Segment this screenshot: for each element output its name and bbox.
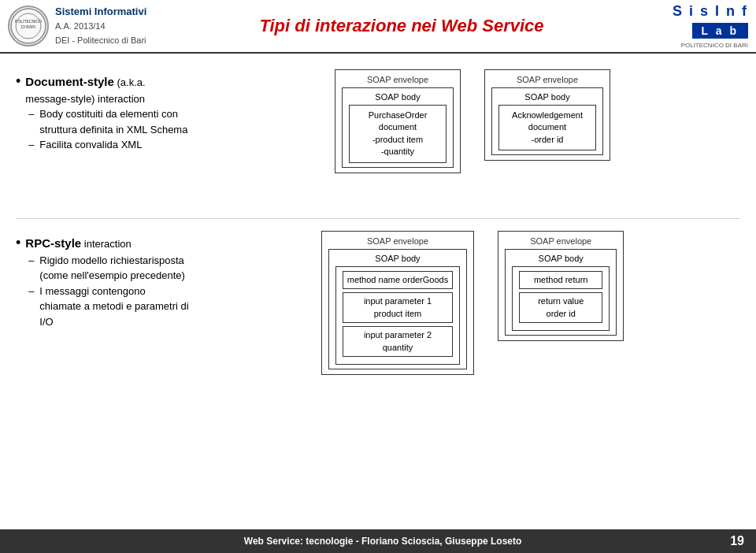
param1-line2: product item (347, 308, 448, 320)
return-value-box: return value order id (519, 292, 602, 323)
bottom-right-envelope-label: SOAP envelope (505, 236, 617, 246)
rpc-style-text: • RPC-style interaction Rigido modello r… (16, 231, 189, 329)
top-right-content: Acknowledgement document -order id (498, 105, 596, 150)
document-style-text: • Document-style (a.k.a. message-style) … (16, 69, 189, 153)
lab-badge: L a b (692, 23, 748, 39)
doc-style-item-1: Body costituiti da elementi con struttur… (25, 106, 189, 137)
header-left: POLITECNICO DI BARI Sistemi Informativi … (8, 5, 181, 48)
svg-text:DI BARI: DI BARI (21, 24, 35, 29)
doc-style-item-2: Facilita convalida XML (25, 137, 189, 153)
header-title-area: Tipi di interazione nei Web Service (181, 16, 622, 36)
institution-text: Sistemi Informativi A.A. 2013/14 DEI - P… (55, 5, 146, 48)
top-diagrams: SOAP envelope SOAP body PurchaseOrder do… (205, 69, 740, 173)
top-left-line-4: -quantity (356, 146, 439, 158)
top-left-diagram: SOAP envelope SOAP body PurchaseOrder do… (335, 69, 461, 173)
param2-line2: quantity (347, 342, 448, 354)
return-line2: order id (524, 308, 598, 320)
top-right-diagram: SOAP envelope SOAP body Acknowledgement … (484, 69, 610, 161)
top-left-body: SOAP body PurchaseOrder document -produc… (342, 87, 454, 168)
rpc-item-2: I messaggi contengono chiamate a metodi … (25, 284, 189, 330)
rpc-item-1: Rigido modello richiestarisposta (come n… (25, 253, 189, 284)
top-right-line-3: -order id (506, 134, 589, 146)
top-left-body-label: SOAP body (349, 92, 447, 102)
footer: Web Service: tecnologie - Floriano Scios… (0, 529, 756, 553)
bottom-right-diagram: SOAP envelope SOAP body method return re… (498, 231, 624, 341)
top-right-body-label: SOAP body (498, 92, 596, 102)
top-left-line-1: PurchaseOrder (356, 109, 439, 121)
param2-line1: input parameter 2 (347, 329, 448, 341)
top-right-envelope-label: SOAP envelope (491, 75, 603, 84)
top-right-body: SOAP body Acknowledgement document -orde… (491, 87, 603, 155)
rpc-style-bullet: • RPC-style interaction Rigido modello r… (16, 235, 189, 329)
param2-box: input parameter 2 quantity (343, 326, 453, 357)
param1-box: input parameter 1 product item (343, 292, 453, 323)
footer-text: Web Service: tecnologie - Floriano Scios… (244, 536, 522, 547)
bottom-right-body-label: SOAP body (512, 254, 610, 263)
svg-text:POLITECNICO: POLITECNICO (15, 19, 42, 24)
bullet-dot: • (16, 74, 20, 88)
top-left-line-3: -product item (356, 134, 439, 146)
bottom-diagrams: SOAP envelope SOAP body method name orde… (205, 231, 740, 375)
institution-name: Sistemi Informativi A.A. 2013/14 DEI - P… (55, 5, 146, 48)
sisInf-logo: S i s I n f (673, 3, 748, 20)
header-right: S i s I n f L a b POLITECNICO DI BARI (622, 3, 748, 49)
param1-line1: input parameter 1 (347, 295, 448, 307)
top-right-line-2: document (506, 121, 589, 133)
doc-style-bullet: • Document-style (a.k.a. message-style) … (16, 73, 189, 153)
bottom-right-body: SOAP body method return return value ord… (505, 249, 617, 336)
method-name-box: method name orderGoods (343, 271, 453, 289)
top-left-line-2: document (356, 121, 439, 133)
return-line1: return value (524, 295, 598, 307)
method-return-box: method return (519, 271, 602, 289)
rpc-style-subtitle: interaction (84, 238, 132, 250)
page-title: Tipi di interazione nei Web Service (181, 16, 622, 36)
bottom-left-diagram: SOAP envelope SOAP body method name orde… (321, 231, 474, 375)
bottom-section: • RPC-style interaction Rigido modello r… (16, 219, 740, 400)
bottom-left-envelope-label: SOAP envelope (328, 236, 467, 246)
bottom-left-body-label: SOAP body (335, 254, 460, 263)
bottom-left-content: method name orderGoods input parameter 1… (335, 266, 460, 365)
institution-logo: POLITECNICO DI BARI (8, 6, 49, 46)
top-left-envelope-label: SOAP envelope (342, 75, 454, 84)
doc-style-title: Document-style (25, 75, 114, 88)
bottom-left-body: SOAP body method name orderGoods input p… (328, 249, 467, 369)
politecnico-text: POLITECNICO DI BARI (681, 42, 748, 49)
rpc-bullet-dot: • (16, 236, 20, 250)
rpc-style-title: RPC-style (25, 236, 81, 250)
header: POLITECNICO DI BARI Sistemi Informativi … (0, 0, 756, 54)
top-section: • Document-style (a.k.a. message-style) … (16, 61, 740, 219)
top-left-content: PurchaseOrder document -product item -qu… (349, 105, 447, 163)
top-right-line-1: Acknowledgement (506, 109, 589, 121)
footer-page-number: 19 (730, 534, 744, 548)
main-content: • Document-style (a.k.a. message-style) … (0, 54, 756, 408)
bottom-right-content: method return return value order id (512, 266, 610, 331)
